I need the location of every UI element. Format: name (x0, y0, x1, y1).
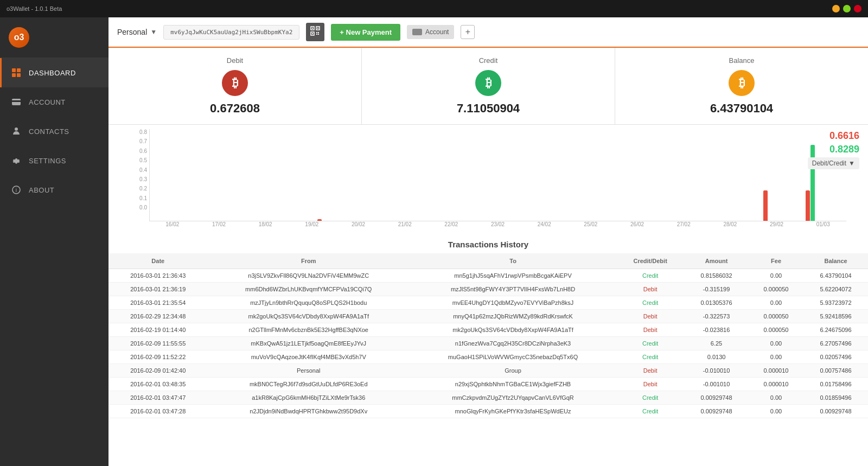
table-cell: -0.001010 (684, 378, 749, 391)
app-title: o3Wallet - 1.0.1 Beta (7, 5, 62, 12)
table-cell: mkBN0CTegRJ6f7d9sdGtUuDLfdP6RE3oEd (208, 378, 410, 391)
table-header-cell: Fee (749, 253, 803, 269)
table-cell: 6.24675096 (803, 323, 868, 337)
sidebar-item-settings[interactable]: SETTINGS (0, 146, 108, 175)
table-cell: 6.43790104 (803, 269, 868, 283)
chart-yaxis: 0.8 0.7 0.6 0.5 0.4 0.3 0.2 0.1 0.0 (130, 129, 149, 221)
sidebar-item-label: DASHBOARD (29, 69, 76, 77)
qr-code-button[interactable] (306, 23, 324, 41)
sidebar-item-contacts[interactable]: CONTACTS (0, 117, 108, 146)
sidebar-item-dashboard[interactable]: DASHBOARD (0, 58, 108, 87)
debit-btc-icon: ₿ (222, 70, 248, 96)
table-cell: n29xjSQphtkbNhmTGBaCE1Wjx3giefFZHB (410, 378, 616, 391)
table-row[interactable]: 2016-03-01 21:35:54mzJTjyLn9bthRrQququQ8… (108, 296, 868, 310)
table-cell: n3jSLV9ZkvFll86QV9LNa2DVFiV4EMM9wZC (208, 269, 410, 283)
debit-credit-dropdown[interactable]: Debit/Credit ▼ (808, 157, 859, 169)
new-payment-button[interactable]: + New Payment (331, 24, 400, 41)
add-account-button[interactable]: + (461, 25, 475, 39)
app-container: o3 DASHBOARD ACCOUNT (0, 17, 868, 466)
info-icon: i (10, 184, 22, 196)
table-cell: Credit (616, 296, 684, 310)
table-cell: 0.000050 (749, 310, 803, 323)
account-selector[interactable]: Personal ▼ (117, 28, 157, 36)
table-cell: -0.023816 (684, 323, 749, 337)
table-cell: 2016-02-09 11:55:55 (108, 337, 208, 350)
table-cell: 0.00929748 (684, 391, 749, 405)
credit-value: 7.11050904 (457, 101, 520, 116)
table-cell: a1kR8KajCpG6kmMH6bjTZiLXtMe9rTsk36 (208, 391, 410, 405)
table-header-row: DateFromToCredit/DebitAmountFeeBalance (108, 253, 868, 269)
table-cell: 2016-02-01 03:48:35 (108, 378, 208, 391)
table-cell: mvEE4UhgDY1QdbMZyvo7EVYViBaPzh8ksJ (410, 296, 616, 310)
table-cell: Debit (616, 364, 684, 378)
svg-rect-17 (316, 34, 317, 35)
table-cell: n2JDjdn9iNdBwdqHPRTGhkbww2t95D9dXv (208, 405, 410, 418)
svg-rect-15 (316, 32, 317, 33)
table-row[interactable]: 2016-02-09 11:55:55mKBxQwA51jz1LETjkf5oa… (108, 337, 868, 350)
main-content: Personal ▼ mv6yJqJwKuCK5auUag2jHixSWuBbp… (108, 17, 868, 466)
table-cell: Debit (616, 378, 684, 391)
table-cell: 2016-03-01 21:35:54 (108, 296, 208, 310)
chart-section: 0.8 0.7 0.6 0.5 0.4 0.3 0.2 0.1 0.0 16/0… (108, 125, 868, 233)
close-button[interactable]: ✕ (854, 5, 861, 12)
table-cell: mKBxQwA51jz1LETjkf5oagQmE8fEEyJYvJ (208, 337, 410, 350)
table-cell: 2016-02-09 01:42:40 (108, 364, 208, 378)
side-stats: 0.6616 0.8289 Debit/Credit ▼ (808, 130, 859, 169)
table-cell: 0.000010 (749, 364, 803, 378)
svg-rect-12 (312, 28, 313, 29)
table-row[interactable]: 2016-02-01 03:47:47a1kR8KajCpG6kmMH6bjTZ… (108, 391, 868, 405)
minimize-button[interactable]: – (832, 5, 840, 12)
table-cell: mnoGlqyFrKyhGKePfYKtr3sfaHESpWdEUz (410, 405, 616, 418)
table-title: Transactions History (108, 233, 868, 253)
titlebar: o3Wallet - 1.0.1 Beta – □ ✕ (0, 0, 868, 17)
table-cell: Debit (616, 283, 684, 296)
table-row[interactable]: 2016-02-09 01:42:40PersonalGroupDebit-0.… (108, 364, 868, 378)
svg-rect-1 (17, 68, 21, 72)
table-section: Transactions History DateFromToCredit/De… (108, 233, 868, 466)
table-cell: 0.01859496 (803, 391, 868, 405)
table-row[interactable]: 2016-03-01 21:36:19mm6Dhd6WZbrLhUKBvqmfY… (108, 283, 868, 296)
table-row[interactable]: 2016-02-01 03:48:35mkBN0CTegRJ6f7d9sdGtU… (108, 378, 868, 391)
logo-icon: o3 (9, 27, 29, 48)
balance-stat: Balance ₿ 6.43790104 (615, 48, 868, 124)
table-row[interactable]: 2016-02-29 12:34:48mk2goUkQs3SV64cVDbdy8… (108, 310, 868, 323)
sidebar-item-account[interactable]: ACCOUNT (0, 87, 108, 117)
svg-rect-13 (317, 28, 318, 29)
table-cell: -0.322573 (684, 310, 749, 323)
debit-credit-label: Debit/Credit (812, 159, 846, 167)
table-cell: mzJlS5nt98gFWY4Y3PT7VlIH4FxsWb7LnH8D (410, 283, 616, 296)
table-header-cell: From (208, 253, 410, 269)
debit-stat: Debit ₿ 0.672608 (108, 48, 361, 124)
chart-bars (150, 129, 846, 221)
table-cell: -0.315199 (684, 283, 749, 296)
table-cell: 0.000050 (749, 283, 803, 296)
balance-label: Balance (729, 56, 755, 65)
credit-label: Credit (479, 56, 498, 65)
stats-row: Debit ₿ 0.672608 Credit ₿ 7.11050904 Bal… (108, 48, 868, 125)
table-row[interactable]: 2016-02-01 03:47:28n2JDjdn9iNdBwdqHPRTGh… (108, 405, 868, 418)
table-cell: 5.92418596 (803, 310, 868, 323)
table-cell: 6.27057496 (803, 337, 868, 350)
table-header-cell: To (410, 253, 616, 269)
table-row[interactable]: 2016-02-19 01:14:40n2GTllmFMnMv6cbznBk5E… (108, 323, 868, 337)
maximize-button[interactable]: □ (843, 5, 851, 12)
table-header-cell: Date (108, 253, 208, 269)
table-row[interactable]: 2016-03-01 21:36:43n3jSLV9ZkvFll86QV9LNa… (108, 269, 868, 283)
bar-red (806, 190, 810, 221)
table-cell: Credit (616, 269, 684, 283)
table-cell: mk2goUkQs3SV64cVDbdy8XxpW4FA9A1aTf (208, 310, 410, 323)
table-cell: 0.00 (749, 391, 803, 405)
topbar: Personal ▼ mv6yJqJwKuCK5auUag2jHixSWuBbp… (108, 17, 868, 48)
sidebar-item-about[interactable]: i ABOUT (0, 175, 108, 205)
person-icon (10, 125, 22, 137)
account-name: Personal (117, 28, 147, 36)
table-row[interactable]: 2016-02-09 11:52:22muVoV9cQAqzoeJtK4fIKq… (108, 350, 868, 364)
table-header-cell: Balance (803, 253, 868, 269)
balance-value: 6.43790104 (710, 101, 773, 116)
table-cell: 2016-02-01 03:47:47 (108, 391, 208, 405)
svg-rect-0 (12, 68, 16, 72)
sidebar-item-label: CONTACTS (29, 127, 69, 136)
svg-rect-2 (12, 73, 16, 77)
sidebar-logo: o3 (0, 17, 108, 58)
side-stat-red: 0.6616 (829, 130, 859, 142)
